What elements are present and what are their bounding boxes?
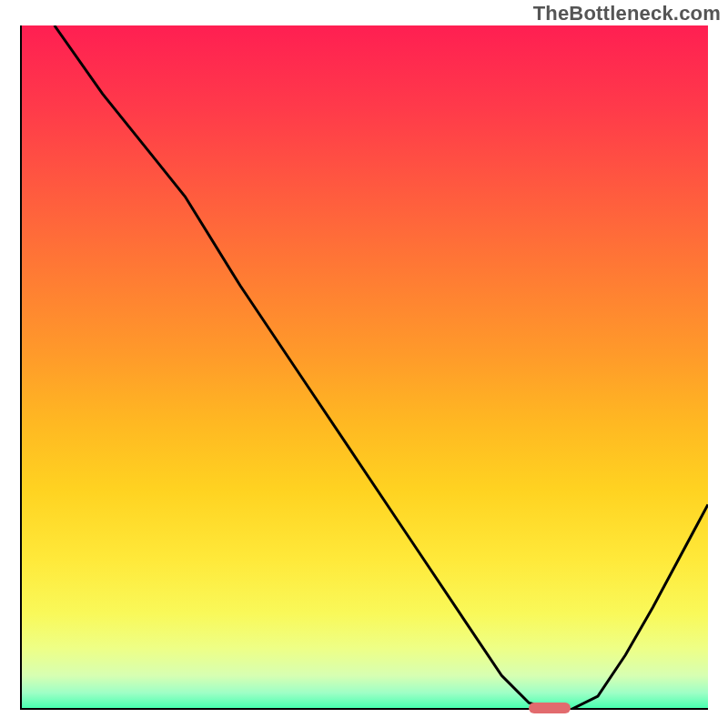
plot-area xyxy=(20,25,708,710)
curve-svg xyxy=(20,25,708,710)
bottleneck-curve xyxy=(55,25,708,710)
chart-container: TheBottleneck.com xyxy=(0,0,728,728)
watermark-text: TheBottleneck.com xyxy=(533,2,721,25)
optimal-zone-marker xyxy=(529,703,570,713)
